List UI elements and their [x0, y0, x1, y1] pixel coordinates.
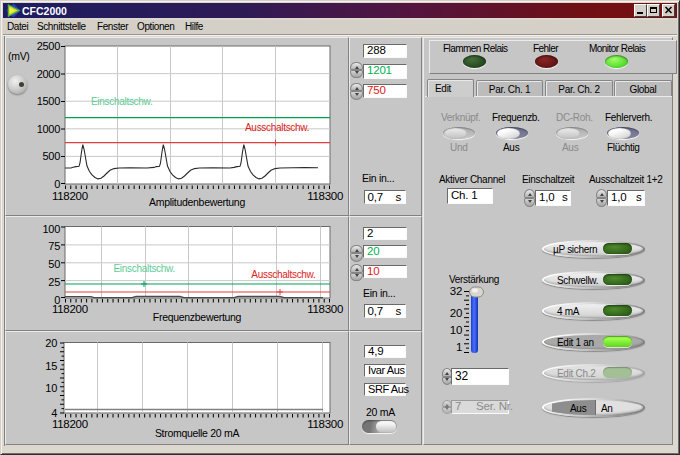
svg-text:2500: 2500 [37, 40, 60, 52]
svg-text:1: 1 [456, 341, 462, 353]
svg-text:118300: 118300 [307, 190, 343, 202]
svg-text:Stromquelle 20 mA: Stromquelle 20 mA [155, 427, 239, 439]
svg-text:32: 32 [450, 285, 462, 297]
svg-text:100: 100 [43, 223, 61, 235]
svg-text:10: 10 [45, 382, 57, 394]
svg-text:Einschaltschw.: Einschaltschw. [114, 263, 175, 274]
svg-text:500: 500 [43, 150, 61, 162]
svg-text:Einschaltschw.: Einschaltschw. [91, 96, 152, 107]
svg-text:0: 0 [54, 178, 60, 190]
svg-text:118300: 118300 [307, 418, 343, 430]
svg-text:1500: 1500 [37, 95, 60, 107]
svg-text:20: 20 [450, 307, 462, 319]
svg-text:118200: 118200 [52, 190, 88, 202]
svg-text:118200: 118200 [52, 303, 88, 315]
svg-text:Ausschaltschw.: Ausschaltschw. [251, 269, 315, 280]
svg-text:15: 15 [45, 360, 57, 372]
svg-text:75: 75 [48, 240, 60, 252]
svg-text:20: 20 [45, 337, 57, 349]
svg-text:118300: 118300 [307, 303, 343, 315]
svg-text:1000: 1000 [37, 123, 60, 135]
svg-text:50: 50 [48, 258, 60, 270]
svg-text:Ausschaltschw.: Ausschaltschw. [245, 122, 309, 133]
svg-text:25: 25 [48, 276, 60, 288]
svg-text:2000: 2000 [37, 68, 60, 80]
svg-text:10: 10 [450, 324, 462, 336]
svg-text:Amplitudenbewertung: Amplitudenbewertung [149, 196, 245, 208]
svg-text:118200: 118200 [52, 418, 88, 430]
svg-text:Frequenzbewertung: Frequenzbewertung [153, 311, 242, 323]
